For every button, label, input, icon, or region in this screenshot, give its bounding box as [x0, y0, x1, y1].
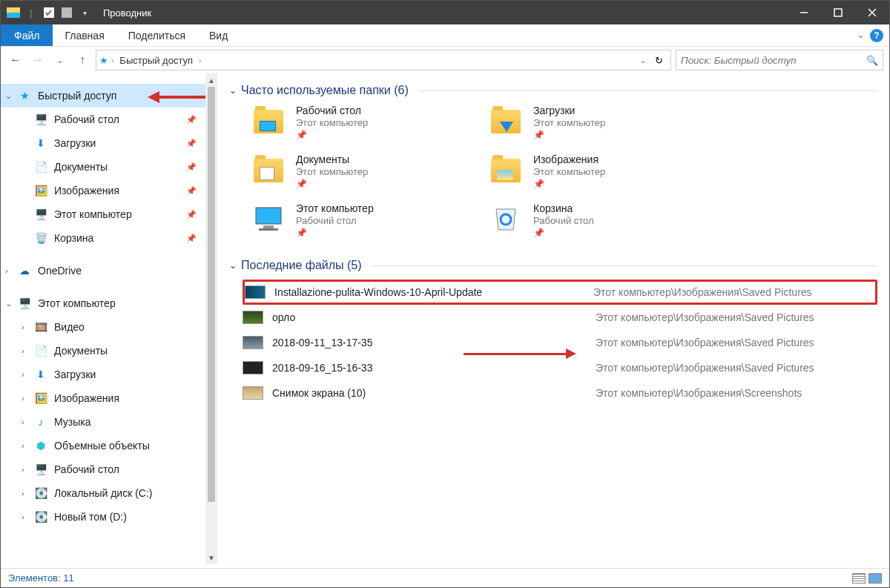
sidebar-item-documents2[interactable]: ›📄Документы [1, 339, 217, 363]
folder-name: Корзина [533, 202, 594, 214]
search-icon[interactable]: 🔍 [866, 55, 878, 66]
chevron-down-icon[interactable]: ⌄ [5, 91, 17, 101]
sidebar-item-drive-d[interactable]: ›💽Новый том (D:) [1, 505, 217, 529]
chevron-down-icon[interactable]: ⌄ [229, 260, 237, 271]
sidebar-scrollbar[interactable]: ▲ ▼ [205, 73, 217, 564]
sidebar-this-pc[interactable]: ⌄🖥️Этот компьютер [1, 291, 217, 315]
section-frequent-folders[interactable]: ⌄ Часто используемые папки (6) [229, 84, 877, 97]
qat-dropdown-icon[interactable]: ▾ [76, 4, 93, 21]
sidebar-onedrive[interactable]: ›☁OneDrive [1, 259, 217, 283]
folder-item[interactable]: ЗагрузкиЭтот компьютер📌 [487, 105, 710, 140]
sidebar-item-label: Видео [54, 321, 85, 333]
search-box[interactable]: 🔍 [676, 50, 883, 70]
pin-icon: 📌 [186, 139, 197, 148]
breadcrumb-sep: › [111, 56, 113, 65]
sidebar-item-documents[interactable]: 📄Документы📌 [1, 155, 217, 179]
desktop-icon: 🖥️ [33, 462, 48, 477]
file-name: 2018-09-11_13-17-35 [272, 337, 596, 348]
chevron-right-icon: › [22, 489, 33, 498]
tab-view[interactable]: Вид [197, 24, 240, 46]
pictures-icon: 🖼️ [33, 391, 48, 406]
folder-item[interactable]: ИзображенияЭтот компьютер📌 [487, 153, 710, 189]
drive-icon: 💽 [33, 509, 48, 524]
folder-item[interactable]: ДокументыЭтот компьютер📌 [250, 153, 472, 189]
sidebar-item-3dobjects[interactable]: ›⬢Объемные объекты [1, 434, 217, 457]
sidebar-item-downloads[interactable]: ⬇Загрузки📌 [1, 131, 217, 155]
sidebar-item-thispc[interactable]: 🖥️Этот компьютер📌 [1, 202, 217, 226]
recent-file-item[interactable]: 2018-09-11_13-17-35Этот компьютер\Изобра… [243, 330, 877, 355]
sidebar-item-label: Этот компьютер [38, 297, 116, 309]
scroll-up-icon[interactable]: ▲ [205, 73, 217, 87]
properties-icon[interactable] [41, 4, 57, 21]
recent-file-item[interactable]: орлоЭтот компьютер\Изображения\Saved Pic… [243, 305, 877, 330]
desktop-icon: 🖥️ [33, 112, 48, 127]
sidebar-item-drive-c[interactable]: ›💽Локальный диск (C:) [1, 481, 217, 505]
svg-rect-5 [834, 9, 842, 16]
sidebar-item-desktop[interactable]: 🖥️Рабочий стол📌 [1, 108, 217, 131]
recent-file-item[interactable]: Installazione-pulita-Windows-10-April-Up… [243, 280, 877, 305]
sidebar-item-label: Этот компьютер [54, 208, 132, 220]
star-icon: ★ [17, 88, 32, 103]
breadcrumb-location[interactable]: Быстрый доступ [116, 55, 196, 66]
pin-icon: 📌 [533, 130, 605, 140]
sidebar-item-label: Новый том (D:) [54, 511, 127, 523]
breadcrumb-sep[interactable]: › [199, 56, 201, 65]
pin-icon: 📌 [533, 179, 605, 189]
sidebar-item-pictures2[interactable]: ›🖼️Изображения [1, 386, 217, 410]
search-input[interactable] [681, 55, 866, 66]
folder-item[interactable]: Этот компьютерРабочий стол📌 [250, 202, 472, 238]
file-menu[interactable]: Файл [1, 24, 53, 46]
navigation-bar: ← → ⌄ ↑ ★ › Быстрый доступ › ⌄ ↻ 🔍 [1, 47, 889, 73]
chevron-down-icon[interactable]: ⌄ [229, 85, 237, 96]
minimize-button[interactable] [787, 1, 821, 24]
sidebar-item-label: Рабочий стол [54, 463, 119, 475]
up-button[interactable]: ↑ [73, 51, 91, 69]
sidebar-item-desktop2[interactable]: ›🖥️Рабочий стол [1, 457, 217, 481]
folder-item[interactable]: Рабочий столЭтот компьютер📌 [250, 105, 472, 140]
downloads-icon: ⬇ [33, 367, 48, 382]
chevron-down-icon[interactable]: ⌄ [5, 299, 17, 308]
folder-path: Этот компьютер [296, 166, 368, 177]
close-button[interactable] [855, 1, 889, 24]
sidebar-item-music[interactable]: ›♪Музыка [1, 410, 217, 434]
back-button[interactable]: ← [7, 51, 24, 69]
details-view-icon[interactable] [852, 573, 866, 584]
svg-rect-3 [62, 7, 72, 18]
thumbnails-view-icon[interactable] [868, 573, 882, 584]
address-dropdown-icon[interactable]: ⌄ [636, 56, 650, 65]
documents-icon: 📄 [33, 343, 48, 358]
chevron-right-icon: › [22, 465, 33, 474]
recent-file-item[interactable]: 2018-09-16_15-16-33Этот компьютер\Изобра… [243, 355, 877, 380]
sidebar-item-recyclebin[interactable]: 🗑️Корзина📌 [1, 226, 217, 250]
folder-name: Этот компьютер [296, 202, 374, 214]
tab-share[interactable]: Поделиться [116, 24, 197, 46]
chevron-right-icon[interactable]: › [5, 266, 17, 275]
history-dropdown-icon[interactable]: ⌄ [51, 51, 69, 69]
folder-item[interactable]: КорзинаРабочий стол📌 [487, 202, 710, 238]
sidebar-item-videos[interactable]: ›🎞️Видео [1, 315, 217, 339]
maximize-button[interactable] [821, 1, 855, 24]
chevron-right-icon[interactable]: › [22, 323, 33, 331]
address-bar[interactable]: ★ › Быстрый доступ › ⌄ ↻ [96, 50, 671, 70]
section-recent-files[interactable]: ⌄ Последние файлы (5) [229, 259, 877, 272]
file-path: Этот компьютер\Изображения\Saved Picture… [596, 362, 877, 374]
music-icon: ♪ [33, 414, 48, 429]
scrollbar-thumb[interactable] [208, 87, 215, 502]
forward-button[interactable]: → [29, 51, 47, 69]
svg-rect-8 [256, 208, 281, 224]
sidebar-item-pictures[interactable]: 🖼️Изображения📌 [1, 179, 217, 202]
refresh-icon[interactable]: ↻ [650, 55, 668, 66]
qat-sep: | [23, 4, 39, 21]
help-icon[interactable]: ? [870, 29, 883, 42]
explorer-icon [5, 4, 22, 21]
new-folder-icon[interactable] [59, 4, 75, 21]
sidebar-item-downloads2[interactable]: ›⬇Загрузки [1, 363, 217, 386]
recent-file-item[interactable]: Снимок экрана (10)Этот компьютер\Изображ… [243, 380, 877, 406]
tab-home[interactable]: Главная [53, 24, 116, 46]
scroll-down-icon[interactable]: ▼ [205, 551, 217, 564]
sidebar-item-label: Документы [54, 161, 108, 173]
ribbon-collapse-icon[interactable]: ⌄ [857, 30, 864, 40]
sidebar-quick-access[interactable]: ⌄ ★ Быстрый доступ [1, 84, 217, 108]
navigation-pane: ⌄ ★ Быстрый доступ 🖥️Рабочий стол📌 ⬇Загр… [1, 73, 217, 564]
status-bar: Элементов: 11 [1, 568, 889, 587]
